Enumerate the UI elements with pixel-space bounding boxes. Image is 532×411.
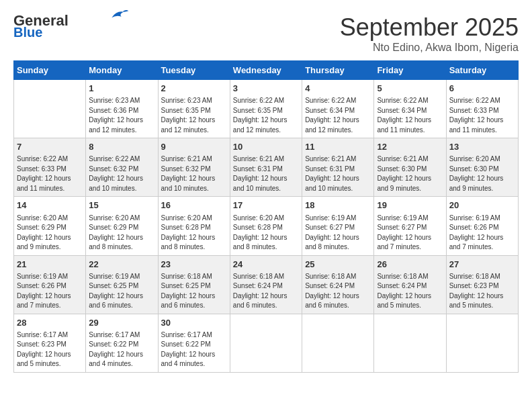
day-number: 22 — [89, 259, 154, 271]
day-info: Sunrise: 6:18 AM Sunset: 6:24 PM Dayligh… — [377, 272, 443, 311]
calendar-cell: 10Sunrise: 6:21 AM Sunset: 6:31 PM Dayli… — [230, 138, 302, 197]
calendar-cell: 7Sunrise: 6:22 AM Sunset: 6:33 PM Daylig… — [14, 138, 86, 197]
calendar-cell: 23Sunrise: 6:18 AM Sunset: 6:25 PM Dayli… — [158, 255, 230, 314]
calendar-cell: 26Sunrise: 6:18 AM Sunset: 6:24 PM Dayli… — [374, 255, 446, 314]
day-info: Sunrise: 6:18 AM Sunset: 6:24 PM Dayligh… — [305, 272, 371, 311]
calendar-cell — [14, 80, 86, 138]
day-number: 21 — [17, 259, 83, 271]
day-number: 26 — [377, 259, 443, 271]
weekday-header-thursday: Thursday — [302, 61, 374, 80]
logo: General Blue — [13, 13, 129, 39]
day-info: Sunrise: 6:17 AM Sunset: 6:23 PM Dayligh… — [17, 330, 83, 369]
day-info: Sunrise: 6:18 AM Sunset: 6:25 PM Dayligh… — [161, 272, 227, 311]
day-number: 5 — [377, 83, 443, 95]
calendar-cell: 19Sunrise: 6:19 AM Sunset: 6:27 PM Dayli… — [374, 197, 446, 255]
calendar-cell: 20Sunrise: 6:19 AM Sunset: 6:26 PM Dayli… — [446, 197, 518, 255]
day-info: Sunrise: 6:19 AM Sunset: 6:26 PM Dayligh… — [17, 272, 83, 311]
day-number: 12 — [377, 141, 443, 153]
day-number: 16 — [161, 199, 227, 212]
calendar-cell — [302, 314, 374, 372]
day-number: 24 — [233, 259, 299, 271]
calendar-cell: 6Sunrise: 6:22 AM Sunset: 6:33 PM Daylig… — [446, 80, 518, 138]
day-info: Sunrise: 6:19 AM Sunset: 6:25 PM Dayligh… — [89, 272, 154, 311]
calendar-cell — [230, 314, 302, 372]
day-info: Sunrise: 6:20 AM Sunset: 6:28 PM Dayligh… — [161, 214, 227, 253]
day-number: 30 — [161, 317, 227, 329]
day-info: Sunrise: 6:17 AM Sunset: 6:22 PM Dayligh… — [89, 330, 154, 369]
calendar-body: 1Sunrise: 6:23 AM Sunset: 6:36 PM Daylig… — [14, 80, 519, 373]
calendar-header: SundayMondayTuesdayWednesdayThursdayFrid… — [14, 61, 519, 80]
day-number: 15 — [89, 199, 154, 212]
day-number: 25 — [305, 259, 371, 271]
day-number: 7 — [17, 141, 83, 153]
calendar-cell: 25Sunrise: 6:18 AM Sunset: 6:24 PM Dayli… — [302, 255, 374, 314]
calendar-cell: 24Sunrise: 6:18 AM Sunset: 6:24 PM Dayli… — [230, 255, 302, 314]
calendar-cell: 22Sunrise: 6:19 AM Sunset: 6:25 PM Dayli… — [86, 255, 158, 314]
day-info: Sunrise: 6:22 AM Sunset: 6:32 PM Dayligh… — [89, 154, 154, 193]
calendar-cell: 18Sunrise: 6:19 AM Sunset: 6:27 PM Dayli… — [302, 197, 374, 255]
month-title: September 2025 — [340, 13, 519, 42]
calendar-cell: 1Sunrise: 6:23 AM Sunset: 6:36 PM Daylig… — [86, 80, 158, 138]
day-number: 29 — [89, 317, 154, 329]
day-number: 6 — [449, 83, 515, 95]
day-number: 20 — [449, 199, 515, 212]
day-info: Sunrise: 6:20 AM Sunset: 6:29 PM Dayligh… — [17, 214, 83, 253]
title-block: September 2025 Nto Edino, Akwa Ibom, Nig… — [340, 13, 519, 54]
day-number: 2 — [161, 83, 227, 95]
calendar-cell: 15Sunrise: 6:20 AM Sunset: 6:29 PM Dayli… — [86, 197, 158, 255]
day-info: Sunrise: 6:20 AM Sunset: 6:29 PM Dayligh… — [89, 214, 154, 253]
weekday-header-monday: Monday — [86, 61, 158, 80]
day-number: 14 — [17, 199, 83, 212]
day-number: 8 — [89, 141, 154, 153]
day-number: 13 — [449, 141, 515, 153]
day-info: Sunrise: 6:18 AM Sunset: 6:24 PM Dayligh… — [233, 272, 299, 311]
calendar-table: SundayMondayTuesdayWednesdayThursdayFrid… — [13, 60, 519, 373]
day-info: Sunrise: 6:21 AM Sunset: 6:31 PM Dayligh… — [305, 154, 371, 193]
calendar-cell — [374, 314, 446, 372]
weekday-header-wednesday: Wednesday — [230, 61, 302, 80]
day-info: Sunrise: 6:23 AM Sunset: 6:36 PM Dayligh… — [89, 96, 154, 135]
day-number: 18 — [305, 199, 371, 212]
day-number: 3 — [233, 83, 299, 95]
day-number: 17 — [233, 199, 299, 212]
day-info: Sunrise: 6:17 AM Sunset: 6:22 PM Dayligh… — [161, 330, 227, 369]
calendar-cell: 29Sunrise: 6:17 AM Sunset: 6:22 PM Dayli… — [86, 314, 158, 372]
calendar-cell: 16Sunrise: 6:20 AM Sunset: 6:28 PM Dayli… — [158, 197, 230, 255]
weekday-header-row: SundayMondayTuesdayWednesdayThursdayFrid… — [14, 61, 519, 80]
day-info: Sunrise: 6:22 AM Sunset: 6:34 PM Dayligh… — [305, 96, 371, 135]
day-info: Sunrise: 6:20 AM Sunset: 6:28 PM Dayligh… — [233, 214, 299, 253]
logo-bird-icon — [109, 8, 129, 21]
calendar-cell: 11Sunrise: 6:21 AM Sunset: 6:31 PM Dayli… — [302, 138, 374, 197]
calendar-cell: 28Sunrise: 6:17 AM Sunset: 6:23 PM Dayli… — [14, 314, 86, 372]
weekday-header-saturday: Saturday — [446, 61, 518, 80]
day-info: Sunrise: 6:19 AM Sunset: 6:27 PM Dayligh… — [377, 214, 443, 253]
day-number: 27 — [449, 259, 515, 271]
page-header: General Blue September 2025 Nto Edino, A… — [13, 13, 519, 54]
logo-text-blue: Blue — [13, 26, 42, 39]
calendar-cell: 17Sunrise: 6:20 AM Sunset: 6:28 PM Dayli… — [230, 197, 302, 255]
calendar-cell: 13Sunrise: 6:20 AM Sunset: 6:30 PM Dayli… — [446, 138, 518, 197]
day-info: Sunrise: 6:22 AM Sunset: 6:33 PM Dayligh… — [449, 96, 515, 135]
weekday-header-friday: Friday — [374, 61, 446, 80]
calendar-week-row: 1Sunrise: 6:23 AM Sunset: 6:36 PM Daylig… — [14, 80, 519, 138]
day-info: Sunrise: 6:21 AM Sunset: 6:32 PM Dayligh… — [161, 154, 227, 193]
day-info: Sunrise: 6:22 AM Sunset: 6:34 PM Dayligh… — [377, 96, 443, 135]
day-info: Sunrise: 6:19 AM Sunset: 6:27 PM Dayligh… — [305, 214, 371, 253]
calendar-cell: 27Sunrise: 6:18 AM Sunset: 6:23 PM Dayli… — [446, 255, 518, 314]
calendar-cell: 21Sunrise: 6:19 AM Sunset: 6:26 PM Dayli… — [14, 255, 86, 314]
day-number: 28 — [17, 317, 83, 329]
weekday-header-sunday: Sunday — [14, 61, 86, 80]
day-info: Sunrise: 6:22 AM Sunset: 6:35 PM Dayligh… — [233, 96, 299, 135]
day-number: 19 — [377, 199, 443, 212]
day-info: Sunrise: 6:20 AM Sunset: 6:30 PM Dayligh… — [449, 154, 515, 193]
calendar-cell: 14Sunrise: 6:20 AM Sunset: 6:29 PM Dayli… — [14, 197, 86, 255]
day-info: Sunrise: 6:21 AM Sunset: 6:31 PM Dayligh… — [233, 154, 299, 193]
calendar-cell — [446, 314, 518, 372]
calendar-cell: 30Sunrise: 6:17 AM Sunset: 6:22 PM Dayli… — [158, 314, 230, 372]
calendar-cell: 9Sunrise: 6:21 AM Sunset: 6:32 PM Daylig… — [158, 138, 230, 197]
calendar-cell: 2Sunrise: 6:23 AM Sunset: 6:35 PM Daylig… — [158, 80, 230, 138]
calendar-week-row: 28Sunrise: 6:17 AM Sunset: 6:23 PM Dayli… — [14, 314, 519, 372]
calendar-cell: 5Sunrise: 6:22 AM Sunset: 6:34 PM Daylig… — [374, 80, 446, 138]
day-info: Sunrise: 6:23 AM Sunset: 6:35 PM Dayligh… — [161, 96, 227, 135]
day-number: 23 — [161, 259, 227, 271]
